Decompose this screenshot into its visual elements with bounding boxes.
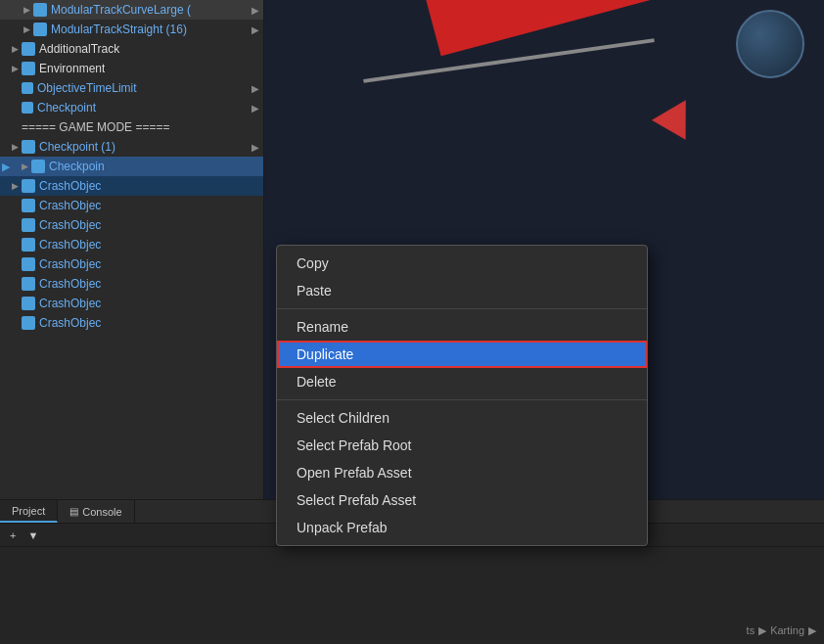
cube-icon xyxy=(31,160,45,173)
hierarchy-item-modular-straight[interactable]: ModularTrackStraight (16) ▶ xyxy=(0,20,263,39)
arrow-right-icon: ▶ xyxy=(252,103,259,114)
context-unpack-prefab-label: Unpack Prefab xyxy=(297,520,388,535)
expand-arrow[interactable] xyxy=(8,62,22,75)
cube-icon xyxy=(22,62,35,75)
breadcrumb-ts: ts xyxy=(747,624,755,636)
expand-arrow[interactable] xyxy=(18,160,31,173)
hierarchy-item-crash-obj-2[interactable]: CrashObjec xyxy=(0,196,263,215)
expand-arrow[interactable] xyxy=(20,3,33,17)
cube-icon xyxy=(33,23,47,36)
cube-icon xyxy=(22,42,35,56)
cube-icon xyxy=(22,218,35,232)
context-separator-2 xyxy=(277,399,647,400)
item-label: CrashObjec xyxy=(39,277,101,291)
dropdown-button[interactable]: ▼ xyxy=(23,528,42,543)
hierarchy-item-checkpoint-2[interactable]: Checkpoint (1) ▶ xyxy=(0,137,263,157)
breadcrumb-sep-2: ▶ xyxy=(808,624,816,637)
breadcrumb-karting: Karting xyxy=(770,624,804,636)
console-icon: ▤ xyxy=(69,506,78,517)
cube-icon xyxy=(22,257,35,271)
hierarchy-item-environment[interactable]: Environment xyxy=(0,59,263,78)
hierarchy-panel: ModularTrackCurveLarge ( ▶ ModularTrackS… xyxy=(0,0,264,499)
item-label: Checkpoint xyxy=(37,101,96,115)
gray-line xyxy=(363,38,655,83)
hierarchy-item-objective-time-limit[interactable]: ObjectiveTimeLimit ▶ xyxy=(0,78,263,98)
item-label: CrashObjec xyxy=(39,257,101,271)
cube-icon xyxy=(22,277,35,291)
red-arrow-indicator xyxy=(652,90,703,139)
expand-arrow[interactable] xyxy=(8,140,22,154)
arrow-right-icon: ▶ xyxy=(252,83,259,94)
breadcrumb: ts ▶ Karting ▶ xyxy=(739,617,824,644)
context-open-prefab-asset[interactable]: Open Prefab Asset xyxy=(277,459,647,486)
cube-icon xyxy=(22,199,35,212)
context-menu: Copy Paste Rename Duplicate Delete Selec… xyxy=(276,245,648,546)
context-duplicate-label: Duplicate xyxy=(297,346,353,362)
hierarchy-item-checkpoint-3[interactable]: ▶ Checkpoin xyxy=(0,157,263,176)
context-select-prefab-root-label: Select Prefab Root xyxy=(297,437,412,453)
context-copy[interactable]: Copy xyxy=(277,250,647,277)
cube-icon xyxy=(22,140,35,154)
hierarchy-item-game-mode: ===== GAME MODE ===== xyxy=(0,117,263,137)
item-label: CrashObjec xyxy=(39,179,101,193)
context-select-children[interactable]: Select Children xyxy=(277,404,647,432)
selected-indicator: ▶ xyxy=(2,161,10,173)
context-select-prefab-asset-label: Select Prefab Asset xyxy=(297,492,416,508)
context-delete-label: Delete xyxy=(297,374,336,390)
hierarchy-item-crash-obj-5[interactable]: CrashObjec xyxy=(0,254,263,274)
item-label: Checkpoin xyxy=(49,160,105,173)
context-select-children-label: Select Children xyxy=(297,410,389,426)
hierarchy-item-crash-obj-7[interactable]: CrashObjec xyxy=(0,294,263,313)
hierarchy-item-crash-obj-8[interactable]: CrashObjec xyxy=(0,313,263,333)
context-duplicate[interactable]: Duplicate xyxy=(277,341,647,368)
cube-icon xyxy=(22,102,33,114)
hierarchy-item-crash-obj-4[interactable]: CrashObjec xyxy=(0,235,263,254)
context-rename[interactable]: Rename xyxy=(277,313,647,341)
expand-arrow[interactable] xyxy=(20,23,33,36)
context-select-prefab-asset[interactable]: Select Prefab Asset xyxy=(277,486,647,514)
arrow-right-icon: ▶ xyxy=(252,5,259,16)
context-unpack-prefab[interactable]: Unpack Prefab xyxy=(277,514,647,541)
context-paste-label: Paste xyxy=(297,283,332,299)
cube-icon xyxy=(22,179,35,193)
tab-project-label: Project xyxy=(12,505,45,517)
item-label: CrashObjec xyxy=(39,316,101,330)
item-label: Checkpoint (1) xyxy=(39,140,115,154)
context-separator-1 xyxy=(277,308,647,309)
item-label: CrashObjec xyxy=(39,238,101,252)
item-label: ModularTrackCurveLarge ( xyxy=(51,3,191,17)
cube-icon xyxy=(22,316,35,330)
context-select-prefab-root[interactable]: Select Prefab Root xyxy=(277,432,647,459)
context-paste[interactable]: Paste xyxy=(277,277,647,304)
item-label: CrashObjec xyxy=(39,218,101,232)
context-open-prefab-asset-label: Open Prefab Asset xyxy=(297,465,412,481)
item-label: Environment xyxy=(39,62,105,75)
red-stripe xyxy=(421,0,706,56)
expand-arrow[interactable] xyxy=(8,179,22,193)
expand-arrow[interactable] xyxy=(8,42,22,56)
breadcrumb-sep-1: ▶ xyxy=(758,624,766,637)
arrow-right-icon: ▶ xyxy=(252,24,259,35)
tab-project[interactable]: Project xyxy=(0,500,58,523)
item-label: AdditionalTrack xyxy=(39,42,119,56)
hierarchy-item-crash-obj-6[interactable]: CrashObjec xyxy=(0,274,263,294)
cube-icon xyxy=(22,238,35,252)
item-label: CrashObjec xyxy=(39,297,101,310)
context-copy-label: Copy xyxy=(297,255,329,271)
tab-console-label: Console xyxy=(82,506,121,518)
hierarchy-item-crash-obj-3[interactable]: CrashObjec xyxy=(0,215,263,235)
globe-widget[interactable] xyxy=(736,10,804,78)
item-label: ===== GAME MODE ===== xyxy=(22,120,169,134)
hierarchy-item-additional-track[interactable]: AdditionalTrack xyxy=(0,39,263,59)
cube-icon xyxy=(33,3,47,17)
hierarchy-item-crash-obj-1[interactable]: CrashObjec xyxy=(0,176,263,196)
arrow-right-icon: ▶ xyxy=(252,142,259,153)
item-label: CrashObjec xyxy=(39,199,101,212)
context-rename-label: Rename xyxy=(297,319,348,335)
hierarchy-item-modular-curve[interactable]: ModularTrackCurveLarge ( ▶ xyxy=(0,0,263,20)
tab-console[interactable]: ▤ Console xyxy=(58,500,134,523)
context-delete[interactable]: Delete xyxy=(277,368,647,395)
cube-icon xyxy=(22,82,33,94)
hierarchy-item-checkpoint-1[interactable]: Checkpoint ▶ xyxy=(0,98,263,117)
add-button[interactable]: + xyxy=(6,528,20,543)
